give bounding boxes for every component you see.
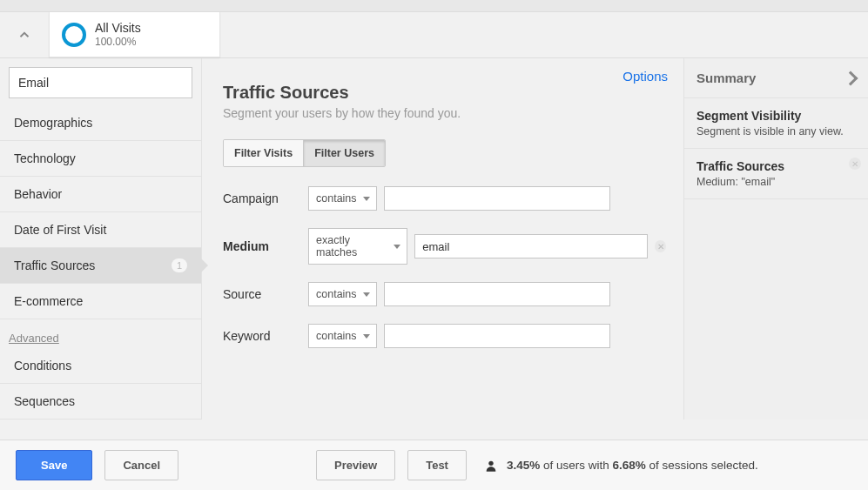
controls-medium: exactly matches ✕ bbox=[308, 228, 666, 265]
cancel-button[interactable]: Cancel bbox=[104, 450, 178, 480]
value-input-campaign[interactable] bbox=[384, 186, 610, 211]
preview-button[interactable]: Preview bbox=[316, 450, 395, 480]
person-icon bbox=[484, 459, 498, 473]
operator-select-keyword[interactable]: contains bbox=[308, 324, 377, 348]
segment-chip-text: All Visits 100.00% bbox=[95, 21, 141, 48]
test-button[interactable]: Test bbox=[407, 450, 467, 480]
row-campaign: Campaign contains bbox=[223, 186, 666, 211]
svg-point-0 bbox=[488, 460, 493, 465]
operator-select-source[interactable]: contains bbox=[308, 282, 377, 306]
segment-chip-all-visits[interactable]: All Visits 100.00% bbox=[49, 12, 220, 57]
nav-item-sequences[interactable]: Sequences bbox=[0, 384, 201, 420]
value-input-keyword[interactable] bbox=[384, 324, 610, 348]
nav-section-advanced: Advanced bbox=[0, 319, 201, 348]
nav-list-advanced: Conditions Sequences bbox=[0, 348, 201, 420]
caret-down-icon bbox=[363, 292, 370, 297]
panel-subtitle: Segment your users by how they found you… bbox=[223, 106, 666, 120]
stat-sessions-pct: 6.68% bbox=[613, 459, 646, 472]
chevron-right-icon bbox=[844, 70, 858, 85]
filter-users-toggle[interactable]: Filter Users bbox=[303, 140, 385, 166]
label-medium: Medium bbox=[223, 239, 301, 253]
operator-select-medium[interactable]: exactly matches bbox=[308, 228, 407, 265]
circle-icon bbox=[62, 23, 86, 47]
segment-name-wrap bbox=[0, 58, 201, 105]
summary-traffic-block: ✕ Traffic Sources Medium: "email" bbox=[684, 149, 868, 199]
traffic-title: Traffic Sources bbox=[696, 159, 856, 173]
summary-header[interactable]: Summary bbox=[684, 58, 868, 98]
operator-text: contains bbox=[316, 288, 357, 300]
operator-text: contains bbox=[316, 192, 357, 205]
operator-text: exactly matches bbox=[316, 234, 387, 258]
controls-keyword: contains bbox=[308, 324, 666, 348]
summary-title: Summary bbox=[696, 70, 756, 85]
label-campaign: Campaign bbox=[223, 191, 301, 205]
footer: Save Cancel Preview Test 3.45% of users … bbox=[0, 440, 868, 490]
nav-label: Behavior bbox=[14, 187, 62, 201]
nav-label: Conditions bbox=[14, 359, 71, 373]
operator-select-campaign[interactable]: contains bbox=[308, 186, 377, 211]
options-link[interactable]: Options bbox=[622, 69, 668, 84]
segment-name-input[interactable] bbox=[9, 67, 192, 98]
row-medium: Medium exactly matches ✕ bbox=[223, 228, 666, 265]
nav-label: Traffic Sources bbox=[14, 258, 95, 272]
caret-down-icon bbox=[363, 197, 370, 201]
window-top-strip bbox=[0, 0, 868, 12]
remove-traffic-icon[interactable]: ✕ bbox=[849, 158, 861, 170]
workspace: Demographics Technology Behavior Date of… bbox=[0, 57, 868, 420]
nav-label: Date of First Visit bbox=[14, 223, 106, 237]
caret-down-icon bbox=[363, 334, 370, 339]
panel-title: Traffic Sources bbox=[223, 83, 666, 103]
nav-badge: 1 bbox=[172, 258, 187, 272]
visibility-title: Segment Visibility bbox=[696, 109, 856, 123]
controls-campaign: contains bbox=[308, 186, 666, 211]
segment-chip-title: All Visits bbox=[95, 21, 141, 36]
nav-item-technology[interactable]: Technology bbox=[0, 141, 201, 177]
segment-chip-value: 100.00% bbox=[95, 36, 141, 48]
label-source: Source bbox=[223, 287, 301, 301]
center-panel: Options Traffic Sources Segment your use… bbox=[202, 58, 683, 420]
nav-item-behavior[interactable]: Behavior bbox=[0, 177, 201, 212]
caret-down-icon bbox=[394, 245, 400, 249]
stat-users-pct: 3.45% bbox=[507, 459, 540, 472]
collapse-toggle[interactable] bbox=[0, 12, 49, 57]
value-input-source[interactable] bbox=[384, 282, 610, 306]
traffic-text: Medium: "email" bbox=[696, 176, 856, 188]
nav-label: E-commerce bbox=[14, 294, 83, 308]
footer-stat: 3.45% of users with 6.68% of sessions se… bbox=[484, 459, 758, 473]
operator-text: contains bbox=[316, 330, 357, 342]
nav-list: Demographics Technology Behavior Date of… bbox=[0, 105, 201, 319]
nav-label: Demographics bbox=[14, 116, 92, 130]
stat-text: 3.45% of users with 6.68% of sessions se… bbox=[507, 459, 758, 472]
nav-item-conditions[interactable]: Conditions bbox=[0, 348, 201, 384]
row-source: Source contains bbox=[223, 282, 666, 306]
left-sidebar: Demographics Technology Behavior Date of… bbox=[0, 58, 202, 420]
nav-item-traffic-sources[interactable]: Traffic Sources 1 bbox=[0, 248, 201, 284]
controls-source: contains bbox=[308, 282, 666, 306]
summary-visibility-block: Segment Visibility Segment is visible in… bbox=[684, 98, 868, 149]
visibility-text: Segment is visible in any view. bbox=[696, 125, 856, 138]
label-keyword: Keyword bbox=[223, 329, 301, 343]
row-keyword: Keyword contains bbox=[223, 324, 666, 348]
filter-toggle-group: Filter Visits Filter Users bbox=[223, 139, 386, 167]
nav-item-date-first-visit[interactable]: Date of First Visit bbox=[0, 212, 201, 248]
nav-label: Sequences bbox=[14, 394, 75, 408]
nav-item-demographics[interactable]: Demographics bbox=[0, 105, 201, 141]
clear-medium-icon[interactable]: ✕ bbox=[655, 240, 666, 252]
save-button[interactable]: Save bbox=[16, 450, 92, 480]
header: All Visits 100.00% bbox=[0, 12, 868, 57]
nav-label: Technology bbox=[14, 151, 76, 165]
value-input-medium[interactable] bbox=[414, 234, 648, 258]
summary-sidebar: Summary Segment Visibility Segment is vi… bbox=[683, 58, 868, 420]
chevron-up-icon bbox=[17, 27, 32, 43]
panel: Traffic Sources Segment your users by ho… bbox=[202, 58, 683, 374]
nav-item-ecommerce[interactable]: E-commerce bbox=[0, 284, 201, 319]
filter-visits-toggle[interactable]: Filter Visits bbox=[224, 140, 303, 166]
